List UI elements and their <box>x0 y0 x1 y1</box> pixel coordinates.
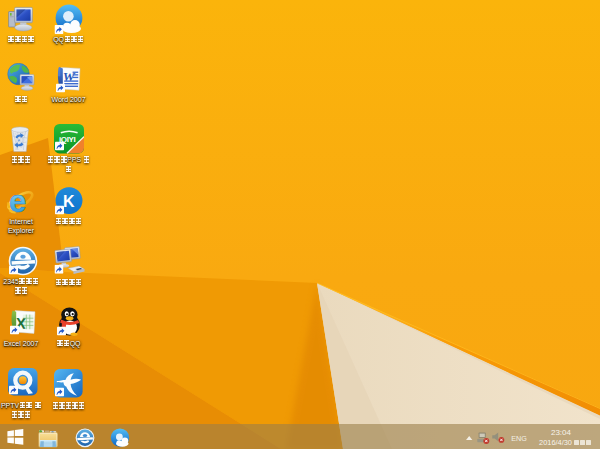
svg-text:K: K <box>63 193 75 210</box>
